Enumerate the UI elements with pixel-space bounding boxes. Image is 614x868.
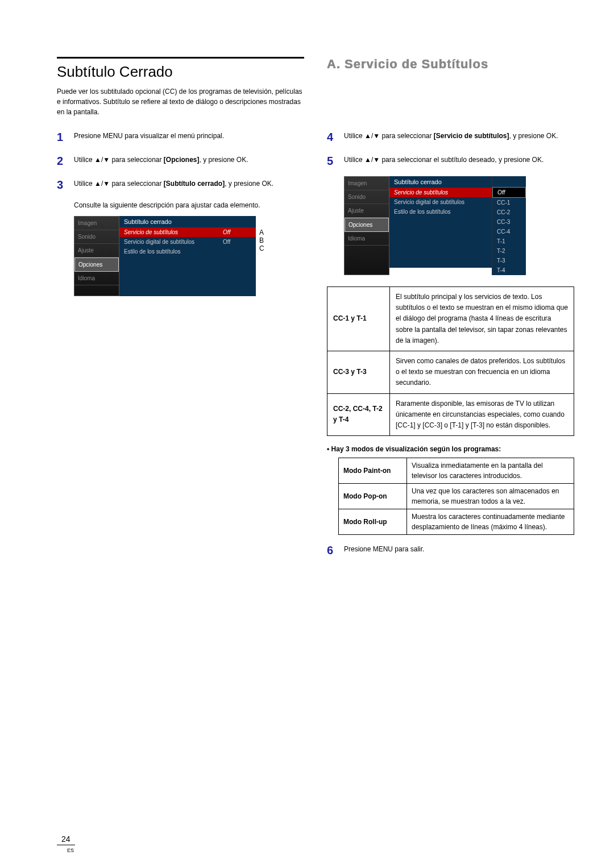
subsection-heading: A. Servicio de Subtítulos: [327, 57, 574, 72]
cc-body: El subtítulo principal y los servicios d…: [390, 287, 574, 351]
menu-value: CC-4: [492, 227, 526, 236]
cc-head: CC-2, CC-4, T-2 y T-4: [327, 393, 390, 436]
menu-diagram-left: Imagen Sonido Ajuste Opciones Idioma Sub…: [74, 216, 304, 296]
page-number: 24: [57, 834, 75, 845]
menu-content: Subtítulo cerrado Servicio de subtítulos…: [119, 216, 256, 296]
menu-diagram-right: Imagen Sonido Ajuste Opciones Idioma Sub…: [344, 176, 574, 275]
mode-head: Modo Paint-on: [339, 458, 407, 484]
step-6: 6 Presione MENU para salir.: [327, 542, 574, 559]
step-text: Utilice ▲/▼ para seleccionar [Opciones],…: [74, 152, 304, 169]
menu-row-highlighted: Servicio de subtítulos: [389, 188, 492, 197]
cc-head: CC-1 y T-1: [327, 287, 390, 351]
step-3-sub: Consulte la siguiente descripción para a…: [74, 200, 304, 210]
menu-sidebar: Imagen Sonido Ajuste Opciones Idioma: [344, 176, 389, 275]
step-number: 4: [327, 128, 344, 146]
step-2: 2 Utilice ▲/▼ para seleccionar [Opciones…: [57, 152, 304, 169]
table-row: CC-1 y T-1 El subtítulo principal y los …: [327, 287, 574, 351]
mode-body: Una vez que los caracteres son almacenad…: [407, 484, 574, 509]
step-number: 3: [57, 176, 74, 193]
menu-row: Servicio digital de subtítulos: [389, 197, 492, 207]
step-4: 4 Utilice ▲/▼ para seleccionar [Servicio…: [327, 128, 574, 146]
menu-header: Subtítulo cerrado: [119, 216, 256, 227]
cc-body: Raramente disponible, las emisoras de TV…: [390, 393, 574, 436]
step-number: 1: [57, 128, 74, 146]
step-1: 1 Presione MENU para visualizar el menú …: [57, 128, 304, 146]
cc-head: CC-3 y T-3: [327, 351, 390, 393]
cc-body: Sirven como canales de datos preferidos.…: [390, 351, 574, 393]
mode-body: Muestra los caracteres continuadamente m…: [407, 509, 574, 535]
menu-sidebar: Imagen Sonido Ajuste Opciones Idioma: [74, 216, 119, 296]
step-text: Presione MENU para salir.: [344, 542, 574, 559]
page-lang: ES: [67, 848, 74, 853]
step-3: 3 Utilice ▲/▼ para seleccionar [Subtítul…: [57, 176, 304, 193]
table-row: CC-2, CC-4, T-2 y T-4 Raramente disponib…: [327, 393, 574, 436]
menu-values: Off CC-1 CC-2 CC-3 CC-4 T-1 T-2 T-3 T-4: [492, 176, 526, 275]
menu-value: T-4: [492, 265, 526, 275]
sidebar-item-active: Opciones: [345, 218, 389, 232]
menu-value: CC-3: [492, 217, 526, 227]
table-row: Modo Paint-on Visualiza inmediatamente e…: [339, 458, 574, 484]
step-text: Utilice ▲/▼ para seleccionar [Servicio d…: [344, 128, 574, 146]
menu-value-highlighted: Off: [492, 187, 526, 198]
mode-table: Modo Paint-on Visualiza inmediatamente e…: [338, 458, 574, 535]
table-row: Modo Pop-on Una vez que los caracteres s…: [339, 484, 574, 509]
sidebar-item: Ajuste: [74, 244, 119, 258]
step-number: 2: [57, 152, 74, 169]
menu-header: Subtítulo cerrado: [389, 176, 492, 188]
step-5: 5 Utilice ▲/▼ para seleccionar el subtít…: [327, 152, 574, 169]
menu-value: CC-1: [492, 198, 526, 207]
menu-value: T-2: [492, 246, 526, 256]
intro-text: Puede ver los subtitulado opcional (CC) …: [57, 86, 304, 117]
sidebar-item: Sonido: [345, 190, 389, 204]
step-number: 5: [327, 152, 344, 169]
table-row: CC-3 y T-3 Sirven como canales de datos …: [327, 351, 574, 393]
menu-row: Estilo de los subtítulos: [119, 247, 256, 256]
step-text: Presione MENU para visualizar el menú pr…: [74, 128, 304, 146]
menu-value: T-3: [492, 256, 526, 265]
cc-table: CC-1 y T-1 El subtítulo principal y los …: [327, 286, 574, 436]
menu-row-highlighted: Servicio de subtítulos Off: [119, 227, 256, 237]
menu-value: T-1: [492, 236, 526, 246]
section-title: Subtítulo Cerrado: [57, 57, 304, 81]
mode-head: Modo Roll-up: [339, 509, 407, 535]
step-text: Utilice ▲/▼ para seleccionar [Subtítulo …: [74, 176, 304, 193]
step-text: Utilice ▲/▼ para seleccionar el subtítul…: [344, 152, 574, 169]
sidebar-item: Idioma: [74, 272, 119, 285]
sidebar-item: Imagen: [74, 217, 119, 230]
menu-value: CC-2: [492, 207, 526, 217]
sidebar-item: Idioma: [345, 232, 389, 246]
sidebar-item: Ajuste: [345, 204, 389, 218]
menu-row: Estilo de los subtítulos: [389, 207, 492, 217]
sidebar-item: Sonido: [74, 230, 119, 244]
sidebar-item-active: Opciones: [74, 258, 119, 272]
mode-head: Modo Pop-on: [339, 484, 407, 509]
sidebar-item: Imagen: [345, 177, 389, 190]
step-number: 6: [327, 542, 344, 559]
bullet-heading: • Hay 3 modos de visualización según los…: [327, 445, 574, 453]
menu-row: Servicio digital de subtítulos Off: [119, 237, 256, 247]
table-row: Modo Roll-up Muestra los caracteres cont…: [339, 509, 574, 535]
menu-content: Subtítulo cerrado Servicio de subtítulos…: [389, 176, 492, 275]
abc-labels: A B C: [256, 216, 264, 296]
mode-body: Visualiza inmediatamente en la pantalla …: [407, 458, 574, 484]
